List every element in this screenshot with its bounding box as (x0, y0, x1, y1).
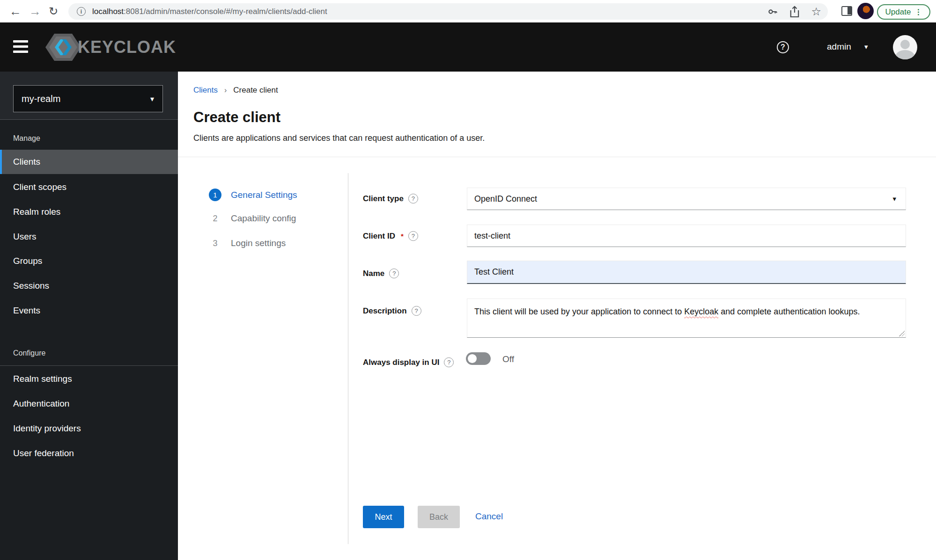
description-label: Description ? (363, 306, 421, 316)
page-title: Create client (193, 109, 280, 126)
url-host: localhost (92, 7, 124, 16)
browser-profile-avatar[interactable] (857, 3, 874, 19)
sidebar-item-events[interactable]: Events (0, 298, 178, 323)
step-3-number: 3 (209, 239, 221, 248)
browser-forward-icon[interactable]: → (29, 0, 41, 22)
keycloak-masthead: KEYCLOAK ? admin ▾ (0, 22, 936, 72)
nav-section-configure: Configure (13, 349, 45, 357)
site-info-icon[interactable]: i (77, 7, 86, 16)
name-label: Name ? (363, 269, 399, 278)
wizard-divider (348, 173, 348, 544)
realm-selector[interactable]: my-realm ▾ (13, 85, 163, 112)
back-button[interactable]: Back (418, 506, 460, 528)
sidebar-item-groups[interactable]: Groups (0, 249, 178, 273)
sidebar-item-realm-roles[interactable]: Realm roles (0, 200, 178, 224)
name-value: Test Client (474, 267, 514, 277)
main-content: Clients › Create client Create client Cl… (178, 72, 936, 560)
user-menu[interactable]: admin (827, 42, 851, 52)
url-path: :8081/admin/master/console/#/my-realm/cl… (124, 7, 327, 16)
client-id-value: test-client (474, 231, 510, 241)
always-display-label: Always display in UI ? (363, 357, 454, 367)
page-subtitle: Clients are applications and services th… (193, 133, 485, 143)
client-type-select[interactable]: OpenID Connect ▾ (467, 188, 906, 210)
browser-menu-dots-icon[interactable]: ⋮ (914, 7, 922, 16)
client-type-help-icon[interactable]: ? (408, 194, 418, 204)
always-display-state: Off (502, 354, 514, 364)
sidebar-item-user-federation[interactable]: User federation (0, 441, 178, 465)
client-type-caret-icon: ▾ (892, 195, 896, 203)
step-1-badge: 1 (209, 189, 221, 201)
description-help-icon[interactable]: ? (412, 306, 421, 316)
name-input[interactable]: Test Client (467, 261, 906, 284)
client-type-value: OpenID Connect (474, 194, 537, 204)
bookmark-star-icon[interactable]: ☆ (811, 6, 821, 17)
nav-toggle-hamburger-icon[interactable] (13, 40, 28, 53)
sidebar: my-realm ▾ Manage Clients Client scopes … (0, 72, 178, 560)
next-button[interactable]: Next (363, 506, 404, 528)
browser-reload-icon[interactable]: ↻ (49, 0, 58, 22)
keycloak-brand-text: KEYCLOAK (78, 37, 176, 57)
wizard-step-login-settings[interactable]: 3 Login settings (209, 238, 286, 248)
sidebar-item-users[interactable]: Users (0, 225, 178, 249)
cancel-link[interactable]: Cancel (475, 511, 503, 522)
breadcrumb-clients-link[interactable]: Clients (193, 86, 218, 95)
textarea-resize-grip-icon[interactable] (899, 331, 905, 336)
password-key-icon[interactable] (767, 6, 778, 17)
user-avatar[interactable] (893, 35, 917, 59)
address-bar[interactable]: i localhost:8081/admin/master/console/#/… (68, 3, 828, 20)
client-id-help-icon[interactable]: ? (408, 231, 418, 241)
user-menu-caret-icon[interactable]: ▾ (864, 43, 868, 51)
name-help-icon[interactable]: ? (389, 269, 399, 278)
keycloak-logo-icon (45, 33, 81, 62)
step-2-number: 2 (209, 214, 221, 224)
always-display-help-icon[interactable]: ? (444, 357, 454, 367)
client-type-label: Client type ? (363, 194, 418, 204)
url-text[interactable]: localhost:8081/admin/master/console/#/my… (92, 7, 327, 16)
browser-toolbar: ← → ↻ i localhost:8081/admin/master/cons… (0, 0, 936, 22)
realm-selector-block: my-realm ▾ (0, 72, 178, 120)
sidebar-item-realm-settings[interactable]: Realm settings (0, 367, 178, 391)
client-id-input[interactable]: test-client (467, 225, 906, 247)
wizard-step-capability-config[interactable]: 2 Capability config (209, 213, 296, 224)
client-id-label: Client ID * ? (363, 231, 418, 241)
description-textarea[interactable]: This client will be used by your applica… (467, 298, 906, 338)
sidebar-section-divider (0, 365, 178, 366)
required-asterisk: * (401, 232, 404, 240)
breadcrumb: Clients › Create client (193, 86, 278, 95)
breadcrumb-current: Create client (233, 86, 278, 95)
side-panel-icon[interactable] (841, 6, 852, 16)
update-label: Update (885, 7, 911, 17)
realm-caret-icon: ▾ (150, 95, 154, 103)
header-divider (178, 157, 936, 157)
always-display-toggle[interactable] (466, 352, 491, 365)
browser-back-icon[interactable]: ← (9, 0, 22, 22)
browser-update-button[interactable]: Update ⋮ (877, 4, 930, 20)
spellcheck-flagged-word: Keycloak (684, 307, 718, 316)
wizard-step-general-settings[interactable]: 1 General Settings (209, 189, 297, 201)
keycloak-logo[interactable]: KEYCLOAK (45, 33, 176, 62)
help-icon[interactable]: ? (777, 41, 789, 53)
sidebar-item-identity-providers[interactable]: Identity providers (0, 416, 178, 441)
sidebar-item-clients[interactable]: Clients (0, 150, 178, 174)
sidebar-item-client-scopes[interactable]: Client scopes (0, 175, 178, 199)
sidebar-item-sessions[interactable]: Sessions (0, 274, 178, 298)
toggle-knob (468, 354, 477, 363)
breadcrumb-separator-icon: › (224, 86, 227, 95)
current-realm-name: my-realm (22, 94, 60, 104)
nav-section-manage: Manage (13, 134, 40, 143)
share-icon[interactable] (789, 6, 800, 18)
sidebar-item-authentication[interactable]: Authentication (0, 392, 178, 416)
